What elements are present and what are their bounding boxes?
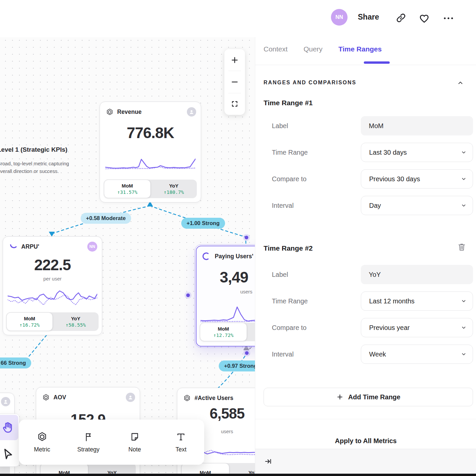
tool-label: Strategy bbox=[77, 446, 100, 453]
select-value: Last 12 months bbox=[369, 297, 415, 305]
field-row-time-range: Time Range Last 30 days bbox=[272, 143, 473, 162]
arrow-to-bar-icon bbox=[264, 457, 273, 466]
field-row-label: Label YoY bbox=[272, 265, 473, 284]
field-label: Time Range bbox=[272, 297, 361, 305]
cursor-icon bbox=[1, 447, 14, 460]
chevron-down-icon bbox=[461, 202, 467, 208]
favorite-button[interactable] bbox=[419, 13, 430, 25]
select-tool-button[interactable] bbox=[0, 442, 18, 465]
fit-view-button[interactable] bbox=[224, 93, 245, 115]
more-options-button[interactable] bbox=[443, 15, 454, 23]
field-label: Label bbox=[272, 271, 361, 278]
tool-label: Note bbox=[128, 446, 141, 453]
tab-query[interactable]: Query bbox=[303, 45, 322, 53]
user-avatar[interactable]: NN bbox=[331, 9, 348, 26]
mom-toggle[interactable]: MoM ↑16.72% bbox=[6, 312, 53, 331]
field-label: Interval bbox=[272, 351, 361, 358]
collapse-panel-button[interactable] bbox=[264, 457, 273, 467]
metric-card-revenue[interactable]: Revenue 776.8K MoM ↑31.57% YoY ↑180.7% bbox=[100, 102, 201, 202]
hand-tool-button[interactable] bbox=[0, 415, 18, 440]
comparison-toggle: MoM ↑16.72% YoY ↑58.55% bbox=[6, 312, 99, 331]
yoy-toggle[interactable]: YoY ↑58.55% bbox=[53, 312, 99, 331]
metric-hexagon-icon bbox=[183, 394, 191, 402]
metric-card-paying-users[interactable]: Paying Users' 3,49 users MoM ↑12.72% bbox=[196, 246, 255, 347]
field-row-interval: Interval Week bbox=[272, 345, 473, 364]
trash-icon bbox=[457, 242, 466, 252]
divider bbox=[255, 65, 476, 65]
metric-value: 222.5 bbox=[3, 256, 102, 274]
zoom-in-button[interactable] bbox=[224, 49, 245, 71]
yoy-delta: ↑180.7% bbox=[164, 189, 184, 196]
edge-label-strong-cut: 66 Strong bbox=[0, 357, 31, 368]
label-input-value: YoY bbox=[369, 271, 381, 278]
card-title: #Active Users bbox=[195, 395, 233, 402]
zoom-out-button[interactable] bbox=[224, 71, 245, 93]
mom-label: MoM bbox=[121, 183, 133, 189]
collapse-section-button[interactable] bbox=[457, 80, 464, 88]
tool-strategy[interactable]: Strategy bbox=[65, 420, 112, 465]
label-input[interactable]: MoM bbox=[361, 116, 473, 135]
field-row-compare: Compare to Previous 30 days bbox=[272, 169, 473, 189]
time-range-select[interactable]: Last 12 months bbox=[361, 291, 473, 311]
compare-to-select[interactable]: Previous 30 days bbox=[361, 169, 473, 189]
level-note-line2: overall direction or success. bbox=[0, 167, 69, 175]
connection-handle[interactable] bbox=[245, 236, 248, 239]
field-row-label: Label MoM bbox=[272, 116, 473, 135]
mom-toggle[interactable]: MoM ↑31.57% bbox=[104, 180, 151, 198]
tool-label: Metric bbox=[34, 446, 50, 453]
copy-link-button[interactable] bbox=[396, 13, 406, 25]
mom-toggle[interactable]: MoM ↑12.72% bbox=[200, 323, 247, 341]
delete-time-range-button[interactable] bbox=[457, 242, 466, 254]
tool-text[interactable]: Text bbox=[158, 420, 204, 465]
select-value: Previous year bbox=[369, 324, 410, 332]
select-value: Day bbox=[369, 202, 381, 209]
connection-handle[interactable] bbox=[245, 351, 249, 355]
topbar: NN Share bbox=[0, 0, 476, 37]
chevron-down-icon bbox=[461, 176, 467, 182]
card-header: AOV bbox=[42, 392, 135, 403]
owner-avatar-icon bbox=[1, 397, 10, 406]
select-value: Previous 30 days bbox=[369, 175, 420, 183]
card-title: Revenue bbox=[117, 109, 142, 116]
tab-context[interactable]: Context bbox=[264, 45, 287, 53]
yoy-toggle[interactable] bbox=[247, 323, 255, 341]
metric-tree-canvas[interactable]: Level 1 (Strategic KPIs) Broad, top-leve… bbox=[0, 0, 255, 476]
time-range-select[interactable]: Last 30 days bbox=[361, 143, 473, 162]
mom-label: MoM bbox=[218, 326, 229, 332]
metric-unit: users bbox=[197, 289, 255, 294]
arrowhead-into-arpu bbox=[49, 232, 55, 237]
interval-select[interactable]: Week bbox=[361, 345, 473, 364]
metric-value: 776.8K bbox=[100, 124, 201, 142]
yoy-toggle[interactable]: YoY ↑180.7% bbox=[151, 180, 197, 198]
share-button[interactable]: Share bbox=[358, 13, 379, 22]
tool-metric[interactable]: Metric bbox=[19, 420, 65, 465]
chevron-down-icon bbox=[461, 149, 467, 155]
label-input[interactable]: YoY bbox=[361, 265, 473, 284]
tool-note[interactable]: Note bbox=[112, 420, 158, 465]
owner-avatar-icon bbox=[187, 107, 196, 117]
level-note-line1: Broad, top-level metric capturing bbox=[0, 160, 69, 167]
active-tab-underline bbox=[364, 61, 390, 64]
note-icon bbox=[129, 432, 140, 442]
chevron-down-icon bbox=[461, 298, 467, 304]
select-value: Week bbox=[369, 351, 386, 358]
connection-handle[interactable] bbox=[186, 293, 190, 297]
level-note-body: Broad, top-level metric capturing overal… bbox=[0, 160, 69, 175]
mom-delta: ↑16.72% bbox=[19, 322, 40, 328]
add-time-range-button[interactable]: Add Time Range bbox=[264, 388, 473, 406]
app-window: Level 1 (Strategic KPIs) Broad, top-leve… bbox=[0, 0, 476, 476]
insert-toolbar: Metric Strategy Note Text bbox=[19, 420, 204, 465]
compare-to-select[interactable]: Previous year bbox=[361, 318, 473, 337]
field-label: Time Range bbox=[272, 149, 361, 156]
card-header: #Active Users bbox=[183, 393, 255, 403]
edge-label-strong: +1.00 Strong bbox=[181, 218, 225, 229]
tab-time-ranges[interactable]: Time Ranges bbox=[339, 45, 382, 53]
chevron-up-icon bbox=[457, 80, 464, 86]
card-header: Revenue bbox=[106, 107, 196, 117]
interval-select[interactable]: Day bbox=[361, 196, 473, 215]
metric-card-arpu[interactable]: ARPU' NN 222.5 per user MoM ↑16.72% YoY … bbox=[3, 236, 102, 335]
mom-delta: ↑31.57% bbox=[117, 189, 137, 196]
field-row-time-range: Time Range Last 12 months bbox=[272, 291, 473, 311]
apply-all-metrics-button[interactable]: Apply to All Metrics bbox=[255, 434, 476, 447]
card-header: ARPU' NN bbox=[9, 241, 97, 252]
